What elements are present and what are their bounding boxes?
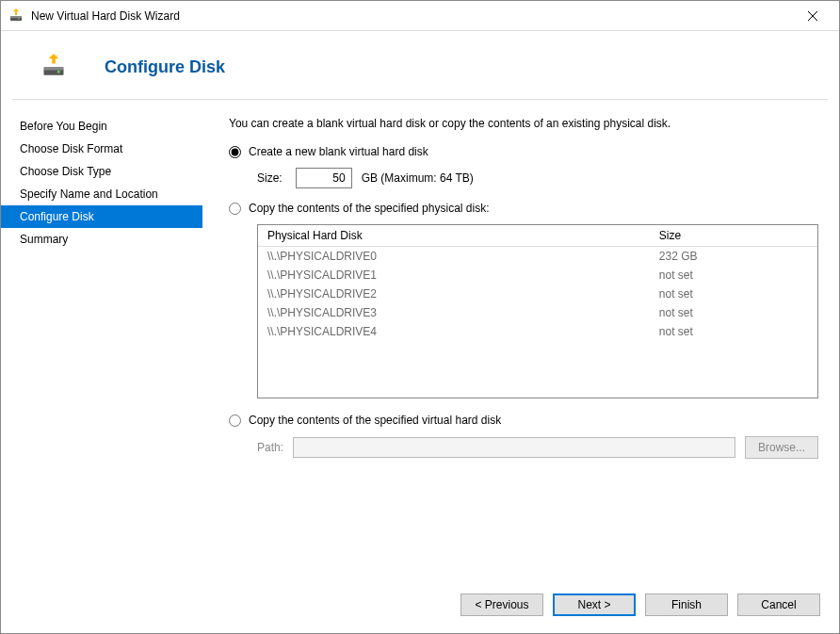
main-panel: You can create a blank virtual hard disk… xyxy=(202,111,824,580)
path-row: Path: Browse... xyxy=(257,436,818,459)
previous-button[interactable]: < Previous xyxy=(460,593,543,616)
svg-point-6 xyxy=(57,71,60,73)
option-virtual-row: Copy the contents of the specified virtu… xyxy=(229,414,818,427)
size-input[interactable] xyxy=(296,168,352,188)
cell-disk: \\.\PHYSICALDRIVE4 xyxy=(258,322,650,341)
size-suffix: GB (Maximum: 64 TB) xyxy=(362,171,474,185)
cell-size: not set xyxy=(650,322,817,341)
page-title: Configure Disk xyxy=(105,57,225,77)
cell-disk: \\.\PHYSICALDRIVE1 xyxy=(258,266,650,284)
radio-create-blank[interactable] xyxy=(229,146,241,158)
column-header-size[interactable]: Size xyxy=(650,225,817,247)
finish-button[interactable]: Finish xyxy=(645,593,728,616)
svg-rect-1 xyxy=(10,16,22,18)
svg-rect-5 xyxy=(44,67,64,71)
sidebar-item-specify-name-location[interactable]: Specify Name and Location xyxy=(1,183,202,205)
path-input xyxy=(293,437,735,458)
column-header-disk[interactable]: Physical Hard Disk xyxy=(258,225,650,247)
window-title: New Virtual Hard Disk Wizard xyxy=(31,9,794,23)
browse-button: Browse... xyxy=(745,436,818,459)
svg-rect-3 xyxy=(15,11,17,15)
table-row[interactable]: \\.\PHYSICALDRIVE2not set xyxy=(258,284,817,303)
radio-copy-physical-label: Copy the contents of the specified physi… xyxy=(249,202,489,215)
footer-buttons: < Previous Next > Finish Cancel xyxy=(1,580,839,633)
physical-disk-table: Physical Hard Disk Size \\.\PHYSICALDRIV… xyxy=(258,225,817,398)
cell-size: 232 GB xyxy=(650,247,817,267)
sidebar-item-configure-disk[interactable]: Configure Disk xyxy=(1,205,202,228)
cell-disk: \\.\PHYSICALDRIVE0 xyxy=(258,247,650,267)
radio-copy-virtual[interactable] xyxy=(229,415,241,427)
content-area: Before You Begin Choose Disk Format Choo… xyxy=(1,100,839,580)
radio-create-blank-label: Create a new blank virtual hard disk xyxy=(249,145,428,158)
radio-copy-physical[interactable] xyxy=(229,203,241,215)
table-row[interactable]: \\.\PHYSICALDRIVE3not set xyxy=(258,303,817,322)
close-button[interactable] xyxy=(794,2,832,30)
wizard-header: Configure Disk xyxy=(1,31,839,99)
svg-point-2 xyxy=(18,18,20,20)
titlebar: New Virtual Hard Disk Wizard xyxy=(1,1,839,31)
physical-disk-rows: \\.\PHYSICALDRIVE0232 GB \\.\PHYSICALDRI… xyxy=(258,247,817,398)
size-label: Size: xyxy=(257,171,283,185)
physical-disk-table-wrap: Physical Hard Disk Size \\.\PHYSICALDRIV… xyxy=(257,224,818,398)
next-button[interactable]: Next > xyxy=(553,593,636,616)
sidebar-item-choose-disk-format[interactable]: Choose Disk Format xyxy=(1,138,202,160)
sidebar-item-before-you-begin[interactable]: Before You Begin xyxy=(1,115,202,138)
cell-size: not set xyxy=(650,266,817,284)
hard-disk-icon xyxy=(8,8,24,24)
intro-text: You can create a blank virtual hard disk… xyxy=(229,117,818,130)
sidebar-item-summary[interactable]: Summary xyxy=(1,228,202,251)
cancel-button[interactable]: Cancel xyxy=(737,593,820,616)
path-label: Path: xyxy=(257,441,283,454)
sidebar-item-choose-disk-type[interactable]: Choose Disk Type xyxy=(1,160,202,183)
radio-copy-virtual-label: Copy the contents of the specified virtu… xyxy=(249,414,501,427)
table-row[interactable]: \\.\PHYSICALDRIVE0232 GB xyxy=(258,247,817,267)
table-row[interactable]: \\.\PHYSICALDRIVE4not set xyxy=(258,322,817,341)
cell-size: not set xyxy=(650,284,817,303)
cell-disk: \\.\PHYSICALDRIVE2 xyxy=(258,284,650,303)
wizard-window: New Virtual Hard Disk Wizard Configure D… xyxy=(0,0,840,634)
cell-disk: \\.\PHYSICALDRIVE3 xyxy=(258,303,650,322)
size-row: Size: GB (Maximum: 64 TB) xyxy=(257,168,818,188)
cell-size: not set xyxy=(650,303,817,322)
wizard-steps-sidebar: Before You Begin Choose Disk Format Choo… xyxy=(1,111,202,580)
option-physical-row: Copy the contents of the specified physi… xyxy=(229,202,818,215)
hard-disk-icon xyxy=(40,54,67,80)
table-row[interactable]: \\.\PHYSICALDRIVE1not set xyxy=(258,266,817,284)
option-blank-row: Create a new blank virtual hard disk xyxy=(229,145,818,158)
